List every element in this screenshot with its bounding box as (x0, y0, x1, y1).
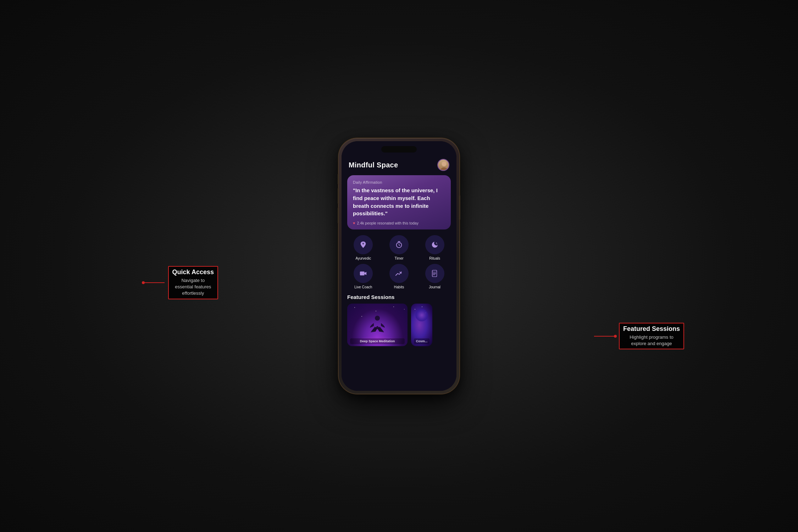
avatar-face (438, 160, 449, 170)
star (361, 316, 362, 317)
meditation-bg: Deep Space Meditation (347, 304, 408, 346)
ayurvedic-icon (359, 241, 367, 249)
featured-sessions-scroll: Deep Space Meditation Cosm... (342, 304, 456, 346)
app-title: Mindful Space (349, 161, 398, 169)
svg-rect-8 (432, 271, 433, 277)
avatar[interactable] (437, 159, 449, 171)
timer-icon (395, 241, 403, 249)
phone-shell: Mindful Space Dail (339, 138, 459, 394)
live-coach-label: Live Coach (354, 285, 372, 289)
star (422, 306, 422, 307)
quick-access-annotation-line (143, 282, 165, 283)
quick-item-timer[interactable]: Timer (383, 235, 415, 260)
affirmation-resonance: ♥ 2.4k people resonated with this today (353, 221, 445, 225)
star (415, 309, 415, 310)
star (376, 311, 376, 311)
timer-label: Timer (394, 256, 403, 260)
timer-icon-bg (389, 235, 409, 254)
rituals-icon-bg (425, 235, 444, 254)
featured-sessions-annotation-title: Featured Sessions (623, 325, 680, 333)
quick-access-annotation-box: Quick Access Navigate toessential featur… (168, 266, 218, 299)
quick-item-rituals[interactable]: Rituals (419, 235, 451, 260)
featured-sessions-annotation: Featured Sessions Highlight programs toe… (594, 323, 684, 349)
volume-up-button[interactable] (338, 188, 339, 204)
affirmation-card[interactable]: Daily Affirmation "In the vastness of th… (347, 175, 451, 229)
svg-rect-6 (360, 272, 365, 276)
featured-card-meditation[interactable]: Deep Space Meditation (347, 304, 408, 346)
dynamic-island (381, 146, 417, 153)
habits-label: Habits (394, 285, 404, 289)
heart-icon: ♥ (353, 221, 355, 225)
quick-access-annotation-desc: Navigate toessential featureseffortlessl… (172, 277, 214, 297)
featured-card-cosmic[interactable]: Cosm... (411, 304, 432, 346)
quick-item-live-coach[interactable]: Live Coach (347, 264, 379, 289)
ayurvedic-label: Ayurvedic (355, 256, 371, 260)
rituals-label: Rituals (429, 256, 440, 260)
resonance-text: 2.4k people resonated with this today (357, 221, 419, 225)
power-button[interactable] (459, 195, 460, 220)
screen-content: Mindful Space Dail (342, 141, 456, 391)
quick-access-grid: Ayurvedic Timer (342, 235, 456, 294)
meditation-figure (368, 315, 386, 336)
journal-icon-bg (425, 264, 444, 283)
cosmic-bg: Cosm... (411, 304, 432, 346)
quick-access-annotation: Quick Access Navigate toessential featur… (143, 266, 218, 299)
svg-point-4 (436, 243, 437, 244)
affirmation-text: "In the vastness of the universe, I find… (353, 187, 445, 217)
quick-item-ayurvedic[interactable]: Ayurvedic (347, 235, 379, 260)
affirmation-label: Daily Affirmation (353, 180, 445, 184)
quick-item-habits[interactable]: Habits (383, 264, 415, 289)
quick-item-journal[interactable]: Journal (419, 264, 451, 289)
star (404, 309, 405, 310)
habits-icon-bg (389, 264, 409, 283)
habits-chart-icon (395, 270, 403, 277)
svg-point-2 (442, 162, 446, 166)
featured-sessions-annotation-desc: Highlight programs toexplore and engage (623, 334, 680, 347)
phone-screen: Mindful Space Dail (342, 141, 456, 391)
mute-button[interactable] (338, 174, 339, 184)
featured-card-cosmic-label: Cosm... (414, 338, 430, 344)
journal-book-icon (431, 270, 439, 277)
quick-access-annotation-title: Quick Access (172, 268, 214, 276)
featured-sessions-header: Featured Sessions (342, 294, 456, 304)
star (354, 307, 355, 308)
featured-sessions-annotation-box: Featured Sessions Highlight programs toe… (619, 323, 684, 349)
live-coach-icon-bg (354, 264, 373, 283)
cosmic-planet (416, 309, 428, 321)
featured-card-meditation-label: Deep Space Meditation (350, 338, 405, 344)
rituals-moon-icon (431, 241, 439, 249)
volume-down-button[interactable] (338, 207, 339, 223)
journal-label: Journal (429, 285, 440, 289)
svg-point-1 (440, 167, 448, 170)
svg-rect-7 (432, 270, 437, 277)
featured-sessions-annotation-line (594, 336, 615, 337)
phone-container: Quick Access Navigate toessential featur… (339, 138, 459, 394)
svg-point-5 (437, 244, 437, 244)
star (393, 306, 394, 307)
live-coach-video-icon (359, 270, 367, 277)
ayurvedic-icon-bg (354, 235, 373, 254)
svg-point-9 (375, 316, 380, 321)
